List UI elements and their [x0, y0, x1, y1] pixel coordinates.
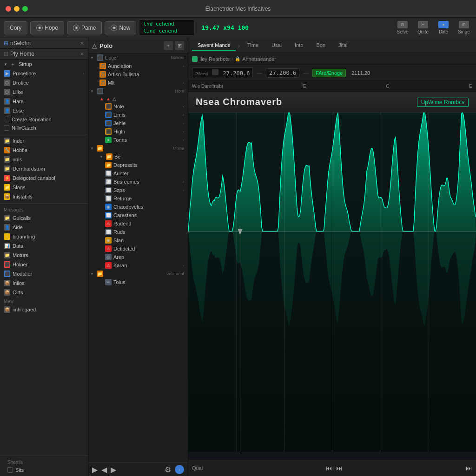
quite-button[interactable]: ✂ Quite: [415, 21, 431, 34]
footer-forward-button[interactable]: ▶: [111, 465, 116, 474]
tab-into[interactable]: Into: [289, 40, 309, 51]
footer-circle-button[interactable]: ›: [175, 465, 184, 474]
footer-settings-button[interactable]: ⚙: [165, 465, 171, 474]
tree-item-aunter[interactable]: ⬜ Aunter: [88, 169, 188, 178]
sidebar-item-hobfie[interactable]: 🔧 Hobfie: [0, 145, 88, 155]
sidebar-item-biganrting[interactable]: ＋ biganrting: [0, 232, 88, 241]
sidebar-item-sirtup[interactable]: ▼ ＋ Sirtup: [0, 60, 88, 69]
create-checkbox-icon: [4, 117, 9, 122]
close-button[interactable]: [6, 6, 11, 12]
tree-item-tolus[interactable]: ✂ Tolus: [88, 278, 188, 286]
selve-button[interactable]: ⊟ Selve: [394, 21, 411, 34]
sidebar-item-drofice[interactable]: ⬡ Drofice: [0, 78, 88, 87]
sidebar-item-delegoted[interactable]: ⚡ Delegoted canabol: [0, 173, 88, 183]
tree-item-be[interactable]: ▼ 📁 Be: [88, 152, 188, 161]
tree-item-slan[interactable]: ◉ Slan: [88, 236, 188, 245]
singe-icon: ⊞: [459, 21, 469, 28]
bottom-back-button[interactable]: ⏮: [326, 464, 332, 472]
sidebar-tab2[interactable]: ⊞ Ply Home ✕: [0, 49, 88, 60]
cory-button[interactable]: Cory: [4, 21, 27, 34]
tree-section-group3[interactable]: ▼ 📁 Mlsne: [88, 144, 188, 152]
tree-item-carestens[interactable]: ⬜ Carestens: [88, 211, 188, 219]
sidebar-item-procetiore[interactable]: ▶ Procetiore ›: [0, 69, 88, 78]
tree-item-higln[interactable]: ⬛ Higln ›: [88, 127, 188, 136]
hope-button[interactable]: ◉ Hope: [30, 21, 64, 34]
pame-button[interactable]: ◉ Pame: [67, 21, 102, 34]
tab-bon[interactable]: Bon: [311, 40, 331, 51]
tree-item-karan[interactable]: ⚠ Karan ›: [88, 261, 188, 270]
sidebar-item-modalior[interactable]: ⬛ Modalior: [0, 269, 88, 278]
tree-item-chaodpvelus[interactable]: ◉ Chaodpvelus: [88, 203, 188, 211]
aide-icon: 👤: [4, 224, 10, 231]
sidebar-divider1: [0, 134, 88, 134]
tree-item-detidcted[interactable]: ⚠ Detidcted: [88, 245, 188, 253]
nole-triangle-icon: △: [112, 96, 116, 101]
sidebar-item-create[interactable]: Create Roncation: [0, 115, 88, 124]
sidebar-item-nillvcaach[interactable]: NillvCaach: [0, 124, 88, 132]
mlt-icon: 🎵: [99, 79, 106, 86]
tree-item-nole-label[interactable]: ⬛ Nole ›: [88, 102, 188, 111]
maximize-button[interactable]: [22, 6, 28, 12]
tree-item-radend[interactable]: ⚠ Radend: [88, 219, 188, 228]
sidebar-item-iniios[interactable]: 📦 Iniios: [0, 278, 88, 288]
sidebar-item-moturs[interactable]: 📁 Moturs: [0, 251, 88, 260]
dlite-icon: ●: [438, 21, 449, 28]
bottom-end-button[interactable]: ⏭: [466, 464, 472, 472]
singe-button[interactable]: ⊞ Singe: [456, 21, 472, 34]
tree-section-lloger[interactable]: ▼ ⬛ Lloger Nofime: [88, 53, 188, 62]
dlite-button[interactable]: ● Dlite: [435, 21, 452, 34]
sidebar-item-cirts[interactable]: 📦 Cirts: [0, 288, 88, 297]
bottom-forward-button[interactable]: ⏭: [336, 464, 343, 472]
sidebar-tab1-close[interactable]: ✕: [80, 40, 84, 46]
sidebar-item-aide[interactable]: 👤 Aide: [0, 223, 88, 232]
sidebar-item-esse[interactable]: 👤 Esse: [0, 106, 88, 115]
tree-item-szps[interactable]: ⬜ Szps ›: [88, 186, 188, 194]
sidebar-item-liike[interactable]: ⬡ Liike: [0, 87, 88, 97]
limis-icon: ⬛: [105, 112, 112, 118]
tree-item-depressits[interactable]: 📁 Depressits: [88, 161, 188, 169]
sidebar-item-indor[interactable]: 📁 Indor: [0, 136, 88, 145]
tree-item-jehle[interactable]: ⬛ Jehle ›: [88, 119, 188, 127]
panel-grid-button[interactable]: ⊞: [175, 41, 184, 50]
sidebar-tab1-title: ⊞ nSelohn: [4, 40, 31, 46]
tree-item-busreemes[interactable]: ⬜ Busreemes ›: [88, 178, 188, 186]
sidebar-item-iinhingaed[interactable]: 📦 iinhingaed: [0, 305, 88, 314]
tree-section-group2[interactable]: ▼ ⬛ Hore: [88, 87, 188, 95]
tab-time[interactable]: Time: [242, 40, 264, 51]
panel-add-button[interactable]: +: [164, 41, 173, 50]
arep-icon: ◎: [105, 254, 112, 260]
sidebar-item-unls[interactable]: 📁 unls: [0, 155, 88, 164]
transport-display1: Pferd 27.200.6: [192, 67, 253, 78]
tree-item-aunciation[interactable]: 🎵 Aunciation ›: [88, 62, 188, 70]
sidebar-tab2-close[interactable]: ✕: [80, 51, 84, 57]
mnisages-section: Mnisages: [0, 205, 88, 213]
tree-section-group4[interactable]: ▼ 📁 Volerannt: [88, 270, 188, 278]
new-button[interactable]: ◉ New: [105, 21, 136, 34]
tab-jifal[interactable]: Jifal: [333, 40, 353, 51]
sidebar-item-holner[interactable]: ⬛ Holner: [0, 260, 88, 269]
tab-usal[interactable]: Usal: [266, 40, 287, 51]
tree-item-tonns[interactable]: ● Tonns ›: [88, 136, 188, 144]
waveform-area: Nsea Chromaverb UpWime Rondals: [188, 92, 476, 459]
tree-item-nole[interactable]: ▲ ▲ △: [88, 95, 188, 102]
footer-play-button[interactable]: ▶: [92, 465, 98, 474]
sidebar-scroll: ▼ ＋ Sirtup ▶ Procetiore › ⬡ Drofice ⬡ Li…: [0, 60, 88, 456]
footer-back-button[interactable]: ◀: [101, 465, 107, 474]
sidebar-item-slogs[interactable]: 📁 Slogs: [0, 183, 88, 192]
sidebar-item-inistabils[interactable]: 📦 Inistabils: [0, 192, 88, 201]
transport-icon1: [212, 69, 218, 75]
sidebar-item-hara[interactable]: 👤 Hara: [0, 97, 88, 106]
sidebar-item-data[interactable]: 📊 Data: [0, 241, 88, 251]
tree-item-mlt[interactable]: 🎵 Mlt ›: [88, 79, 188, 87]
sidebar-item-dernhardstum[interactable]: 📁 Dernhardstum: [0, 164, 88, 173]
sidebar-item-sits[interactable]: Sits: [4, 466, 84, 474]
tree-item-ruds[interactable]: ⬜ Ruds: [88, 228, 188, 236]
tree-item-limis[interactable]: ⬛ Limis ›: [88, 111, 188, 119]
tree-item-arep[interactable]: ◎ Arep: [88, 253, 188, 261]
tree-item-returge[interactable]: ⬜ Returge: [88, 194, 188, 203]
tab-savent-mands[interactable]: Savent Mands: [192, 40, 236, 51]
tree-item-artisn[interactable]: 🎵 Artisn Bullsha: [88, 70, 188, 79]
minimize-button[interactable]: [14, 6, 20, 12]
sidebar-item-gulcalls[interactable]: 📁 Gulcalls: [0, 213, 88, 223]
mlt-arrow-icon: ›: [183, 81, 184, 85]
